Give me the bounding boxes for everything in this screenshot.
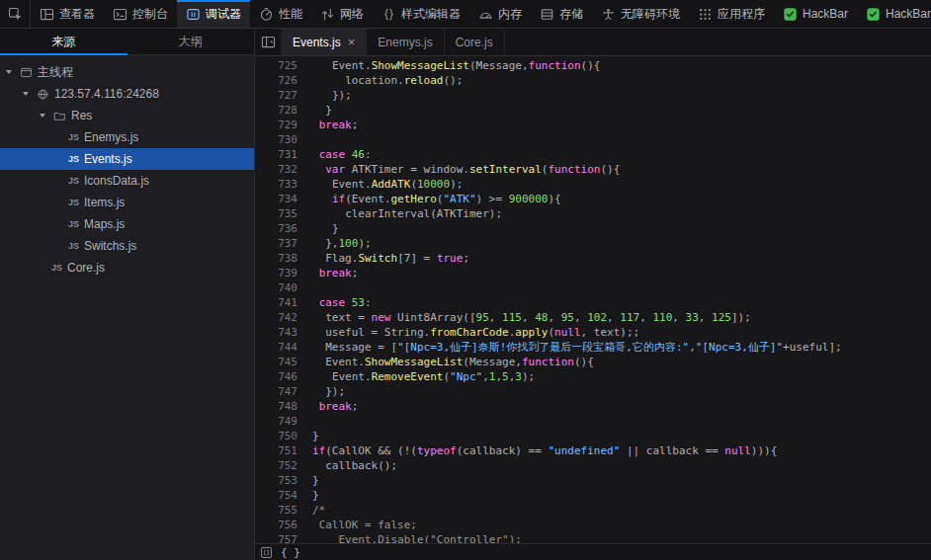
code-line-text[interactable]: },100); (306, 236, 372, 251)
gutter-line-number[interactable]: 729 (255, 118, 306, 132)
tree-item-enemys-js[interactable]: JSEnemys.js (0, 126, 254, 148)
gutter-line-number[interactable]: 725 (255, 58, 306, 73)
tree-item-res-folder[interactable]: Res (0, 105, 254, 126)
tree-item-items-js[interactable]: JSItems.js (0, 192, 254, 213)
gutter-line-number[interactable]: 730 (255, 132, 306, 147)
close-icon[interactable]: × (348, 36, 356, 48)
gutter-line-number[interactable]: 731 (255, 147, 306, 162)
source-tab-enemys-js[interactable]: Enemys.js (367, 29, 444, 55)
code-line-text[interactable]: } (306, 221, 339, 236)
code-line-text[interactable]: Flag.Switch[7] = true; (306, 251, 469, 266)
gutter-line-number[interactable]: 744 (255, 340, 306, 355)
tool-tab-storage[interactable]: 存储 (531, 0, 592, 28)
tool-tab-inspector[interactable]: 查看器 (31, 0, 104, 28)
sidebar-tab-outline[interactable]: 大纲 (127, 29, 255, 54)
gutter-line-number[interactable]: 748 (255, 399, 306, 414)
gutter-line-number[interactable]: 732 (255, 162, 306, 177)
code-line-text[interactable]: } (306, 103, 332, 118)
code-line-text[interactable]: CallOK = false; (306, 518, 417, 532)
code-line-text[interactable]: callback(); (306, 458, 397, 473)
node-picker-button[interactable] (0, 0, 31, 28)
tree-item-iconsdata-js[interactable]: JSIconsData.js (0, 170, 254, 192)
gutter-line-number[interactable]: 747 (255, 384, 306, 399)
code-line-text[interactable]: }); (306, 88, 352, 103)
tool-tab-style-editor[interactable]: 样式编辑器 (373, 0, 469, 28)
gutter-line-number[interactable]: 735 (255, 206, 306, 221)
tool-tab-performance[interactable]: 性能 (250, 0, 311, 28)
gutter-line-number[interactable]: 737 (255, 236, 306, 251)
tool-tab-debugger[interactable]: 调试器 (177, 0, 250, 28)
sidebar-tab-sources[interactable]: 来源 (0, 29, 127, 54)
gutter-line-number[interactable]: 754 (255, 488, 306, 503)
tree-item-maps-js[interactable]: JSMaps.js (0, 213, 254, 235)
tool-tab-console[interactable]: 控制台 (104, 0, 177, 28)
code-line-text[interactable]: Event.Disable("Controller"); (306, 532, 522, 543)
code-line-text[interactable]: break; (306, 266, 358, 280)
code-line-text[interactable]: } (306, 473, 319, 488)
code-line-text[interactable]: Event.AddATK(10000); (306, 177, 463, 192)
code-line-text[interactable]: Event.RemoveEvent("Npc",1,5,3); (306, 369, 535, 384)
code-line-text[interactable]: } (306, 429, 319, 443)
gutter-line-number[interactable]: 746 (255, 369, 306, 384)
code-line-text[interactable]: var ATKTimer = window.setInterval(functi… (306, 162, 620, 177)
code-line-text[interactable]: case 53: (306, 295, 372, 310)
tree-item-switchs-js[interactable]: JSSwitchs.js (0, 235, 254, 257)
code-line-text[interactable]: break; (306, 399, 358, 414)
source-tab-core-js[interactable]: Core.js (445, 29, 505, 55)
code-line-text[interactable]: if(CallOK && (!(typeof(callback) == "und… (306, 443, 777, 458)
chevron-down-icon[interactable] (23, 92, 29, 96)
gutter-line-number[interactable]: 756 (255, 518, 306, 532)
code-line-text[interactable] (306, 414, 312, 429)
pretty-print-button[interactable] (260, 546, 273, 559)
code-line-text[interactable]: text = new Uint8Array([95, 115, 48, 95, … (306, 310, 751, 325)
tree-item-host-123-57-4-116[interactable]: 123.57.4.116:24268 (0, 83, 254, 105)
code-line-text[interactable] (306, 280, 312, 295)
chevron-down-icon[interactable] (6, 70, 12, 74)
code-line-text[interactable]: clearInterval(ATKTimer); (306, 206, 502, 221)
code-line-text[interactable]: break; (306, 118, 358, 132)
tool-tab-memory[interactable]: 内存 (469, 0, 531, 28)
gutter-line-number[interactable]: 739 (255, 266, 306, 280)
code-line-text[interactable]: } (306, 488, 319, 503)
gutter-line-number[interactable]: 738 (255, 251, 306, 266)
gutter-line-number[interactable]: 753 (255, 473, 306, 488)
gutter-line-number[interactable]: 736 (255, 221, 306, 236)
gutter-line-number[interactable]: 742 (255, 310, 306, 325)
gutter-line-number[interactable]: 734 (255, 192, 306, 206)
tree-item-main-thread[interactable]: 主线程 (0, 61, 254, 83)
code-line-text[interactable]: /* (306, 503, 325, 518)
code-line-text[interactable] (306, 132, 312, 147)
code-line-text[interactable]: }); (306, 384, 345, 399)
gutter-line-number[interactable]: 727 (255, 88, 306, 103)
gutter-line-number[interactable]: 733 (255, 177, 306, 192)
tool-tab-application[interactable]: 应用程序 (689, 0, 774, 28)
tool-tab-network[interactable]: 网络 (311, 0, 373, 28)
gutter-line-number[interactable]: 751 (255, 443, 306, 458)
gutter-line-number[interactable]: 750 (255, 429, 306, 443)
code-line-text[interactable]: if(Event.getHero("ATK") >= 900000){ (306, 192, 561, 206)
code-line-text[interactable]: Event.ShowMessageList(Message,function()… (306, 58, 600, 73)
gutter-line-number[interactable]: 728 (255, 103, 306, 118)
gutter-line-number[interactable]: 749 (255, 414, 306, 429)
gutter-line-number[interactable]: 757 (255, 532, 306, 543)
gutter-line-number[interactable]: 752 (255, 458, 306, 473)
tool-tab-hackbar[interactable]: HackBar (774, 0, 857, 28)
code-line-text[interactable]: Message = ["[Npc=3,仙子]奈斯!你找到了最后一段宝箱哥,它的内… (306, 340, 842, 355)
gutter-line-number[interactable]: 743 (255, 325, 306, 340)
gutter-line-number[interactable]: 741 (255, 295, 306, 310)
tool-tab-accessibility[interactable]: 无障碍环境 (592, 0, 689, 28)
source-tab-events-js[interactable]: Events.js× (282, 29, 367, 55)
collapse-panes-button[interactable] (255, 29, 282, 55)
tree-item-events-js[interactable]: JSEvents.js (0, 148, 254, 170)
gutter-line-number[interactable]: 740 (255, 280, 306, 295)
code-line-text[interactable]: case 46: (306, 147, 372, 162)
gutter-line-number[interactable]: 726 (255, 73, 306, 88)
gutter-line-number[interactable]: 745 (255, 355, 306, 369)
chevron-down-icon[interactable] (40, 114, 45, 118)
code-line-text[interactable]: location.reload(); (306, 73, 463, 88)
gutter-line-number[interactable]: 755 (255, 503, 306, 518)
tree-item-core-js[interactable]: JSCore.js (0, 257, 254, 279)
code-line-text[interactable]: Event.ShowMessageList(Message,function()… (306, 355, 594, 369)
tool-tab-hackbar-2[interactable]: HackBar (857, 0, 931, 28)
code-line-text[interactable]: useful = String.fromCharCode.apply(null,… (306, 325, 639, 340)
